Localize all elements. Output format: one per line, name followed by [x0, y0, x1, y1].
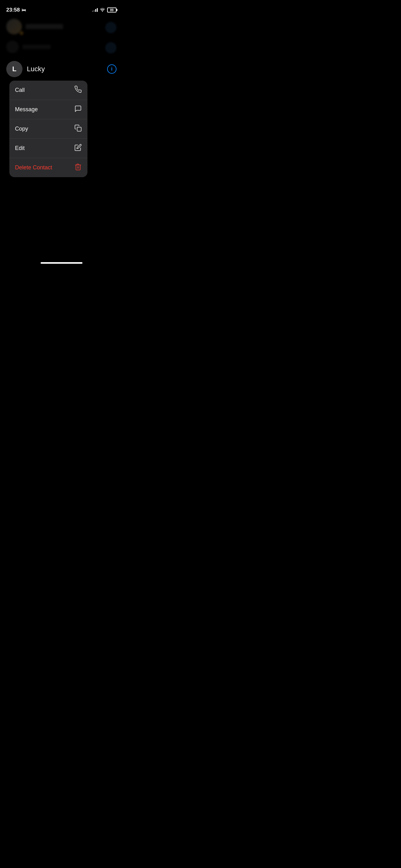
- contact-initial: L: [12, 65, 16, 73]
- signal-bar-3: [95, 9, 96, 12]
- wifi-icon: [100, 7, 105, 13]
- signal-bar-4: [97, 8, 98, 12]
- contact-avatar: L: [6, 61, 23, 77]
- menu-item-copy[interactable]: Copy: [9, 119, 88, 139]
- status-icons: 89: [92, 7, 116, 13]
- phone-icon: [74, 86, 82, 95]
- status-bar: 23:58 🛏 89: [0, 0, 123, 16]
- info-icon: i: [111, 66, 112, 72]
- sleep-icon: 🛏: [22, 7, 26, 12]
- contact-name: Lucky: [27, 65, 45, 73]
- menu-item-call[interactable]: Call: [9, 81, 88, 100]
- delete-label: Delete Contact: [15, 164, 52, 171]
- svg-rect-0: [77, 127, 81, 131]
- edit-icon: [74, 144, 82, 153]
- message-icon: [74, 105, 82, 114]
- contact-left: L Lucky: [6, 61, 45, 77]
- signal-icon: [92, 8, 98, 12]
- menu-item-delete[interactable]: Delete Contact: [9, 158, 88, 177]
- copy-label: Copy: [15, 126, 28, 132]
- battery-level: 89: [110, 8, 113, 12]
- home-indicator: [41, 262, 82, 264]
- menu-item-edit[interactable]: Edit: [9, 139, 88, 158]
- signal-bar-1: [92, 11, 93, 12]
- trash-icon: [74, 163, 82, 172]
- menu-item-message[interactable]: Message: [9, 100, 88, 119]
- message-label: Message: [15, 106, 38, 113]
- info-button[interactable]: i: [107, 64, 116, 74]
- call-label: Call: [15, 87, 25, 93]
- edit-label: Edit: [15, 145, 25, 152]
- contact-row: L Lucky i: [0, 58, 123, 80]
- battery-icon: 89: [107, 7, 116, 12]
- copy-icon: [74, 124, 82, 133]
- context-menu: Call Message Copy Edit: [9, 81, 88, 177]
- status-time: 23:58 🛏: [6, 7, 26, 13]
- signal-bar-2: [94, 10, 95, 12]
- time-label: 23:58: [6, 7, 20, 13]
